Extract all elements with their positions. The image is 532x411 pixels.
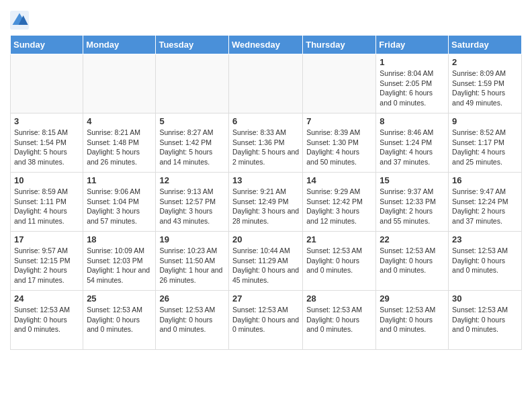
day-info: Sunrise: 9:29 AM Sunset: 12:42 PM Daylig…	[306, 187, 372, 226]
calendar-cell: 21Sunset: 12:53 AM Daylight: 0 hours and…	[303, 232, 376, 291]
day-info: Sunset: 12:53 AM Daylight: 0 hours and 0…	[87, 305, 152, 334]
calendar-cell: 11Sunrise: 9:06 AM Sunset: 1:04 PM Dayli…	[83, 173, 156, 232]
day-number: 22	[380, 234, 445, 244]
calendar-header-row: SundayMondayTuesdayWednesdayThursdayFrid…	[11, 36, 522, 54]
calendar-cell: 9Sunrise: 8:52 AM Sunset: 1:17 PM Daylig…	[449, 113, 522, 173]
calendar-cell: 19Sunrise: 10:23 AM Sunset: 11:50 AM Day…	[156, 232, 229, 291]
calendar-cell: 24Sunset: 12:53 AM Daylight: 0 hours and…	[11, 291, 83, 350]
calendar-cell: 18Sunrise: 10:09 AM Sunset: 12:03 PM Day…	[83, 232, 156, 291]
day-info: Sunset: 12:53 AM Daylight: 0 hours and 0…	[452, 305, 518, 334]
calendar-cell: 29Sunset: 12:53 AM Daylight: 0 hours and…	[376, 291, 449, 350]
day-number: 3	[14, 116, 79, 126]
calendar-cell: 15Sunrise: 9:37 AM Sunset: 12:33 PM Dayl…	[376, 173, 449, 232]
calendar-cell	[156, 54, 229, 113]
header	[10, 7, 522, 30]
day-info: Sunset: 12:53 AM Daylight: 0 hours and 0…	[380, 305, 445, 334]
day-number: 26	[159, 293, 225, 304]
calendar-cell: 23Sunset: 12:53 AM Daylight: 0 hours and…	[449, 232, 522, 291]
day-number: 19	[159, 234, 225, 244]
day-number: 1	[380, 57, 445, 67]
calendar-cell: 4Sunrise: 8:21 AM Sunset: 1:48 PM Daylig…	[83, 113, 156, 173]
calendar-cell: 6Sunrise: 8:33 AM Sunset: 1:36 PM Daylig…	[228, 113, 302, 173]
calendar-week-2: 3Sunrise: 8:15 AM Sunset: 1:54 PM Daylig…	[11, 113, 522, 173]
day-number: 2	[452, 57, 518, 67]
day-number: 28	[306, 293, 372, 304]
calendar-cell: 12Sunrise: 9:13 AM Sunset: 12:57 PM Dayl…	[156, 173, 229, 232]
day-info: Sunrise: 8:33 AM Sunset: 1:36 PM Dayligh…	[232, 128, 299, 167]
day-info: Sunrise: 9:37 AM Sunset: 12:33 PM Daylig…	[380, 187, 445, 226]
day-info: Sunset: 12:53 AM Daylight: 0 hours and 0…	[380, 246, 445, 275]
day-info: Sunrise: 8:59 AM Sunset: 1:11 PM Dayligh…	[14, 187, 79, 226]
day-info: Sunrise: 8:52 AM Sunset: 1:17 PM Dayligh…	[452, 128, 518, 167]
day-info: Sunrise: 8:46 AM Sunset: 1:24 PM Dayligh…	[380, 128, 445, 167]
calendar-cell	[303, 54, 376, 113]
calendar-cell: 7Sunrise: 8:39 AM Sunset: 1:30 PM Daylig…	[303, 113, 376, 173]
day-info: Sunrise: 9:06 AM Sunset: 1:04 PM Dayligh…	[87, 187, 152, 226]
day-number: 11	[87, 175, 152, 185]
day-number: 5	[159, 116, 225, 126]
calendar-cell: 8Sunrise: 8:46 AM Sunset: 1:24 PM Daylig…	[376, 113, 449, 173]
calendar-cell: 16Sunrise: 9:47 AM Sunset: 12:24 PM Dayl…	[449, 173, 522, 232]
col-header-monday: Monday	[83, 36, 156, 54]
calendar-cell: 3Sunrise: 8:15 AM Sunset: 1:54 PM Daylig…	[11, 113, 83, 173]
calendar-cell: 27Sunset: 12:53 AM Daylight: 0 hours and…	[228, 291, 302, 350]
day-info: Sunrise: 9:13 AM Sunset: 12:57 PM Daylig…	[159, 187, 225, 226]
col-header-saturday: Saturday	[449, 36, 522, 54]
calendar-cell: 1Sunrise: 8:04 AM Sunset: 2:05 PM Daylig…	[376, 54, 449, 113]
day-number: 4	[87, 116, 152, 126]
col-header-wednesday: Wednesday	[228, 36, 302, 54]
day-number: 24	[14, 293, 79, 304]
day-info: Sunset: 12:53 AM Daylight: 0 hours and 0…	[306, 305, 372, 334]
day-info: Sunset: 12:53 AM Daylight: 0 hours and 0…	[232, 305, 299, 334]
day-info: Sunrise: 8:39 AM Sunset: 1:30 PM Dayligh…	[306, 128, 372, 167]
day-info: Sunrise: 8:15 AM Sunset: 1:54 PM Dayligh…	[14, 128, 79, 167]
logo	[10, 11, 30, 30]
calendar-cell: 10Sunrise: 8:59 AM Sunset: 1:11 PM Dayli…	[11, 173, 83, 232]
day-number: 13	[232, 175, 299, 185]
calendar-cell: 26Sunset: 12:53 AM Daylight: 0 hours and…	[156, 291, 229, 350]
col-header-thursday: Thursday	[303, 36, 376, 54]
col-header-sunday: Sunday	[11, 36, 83, 54]
day-number: 17	[14, 234, 79, 244]
day-number: 21	[306, 234, 372, 244]
calendar-week-1: 1Sunrise: 8:04 AM Sunset: 2:05 PM Daylig…	[11, 54, 522, 113]
day-number: 29	[380, 293, 445, 304]
calendar-cell: 5Sunrise: 8:27 AM Sunset: 1:42 PM Daylig…	[156, 113, 229, 173]
day-number: 12	[159, 175, 225, 185]
day-number: 9	[452, 116, 518, 126]
day-info: Sunset: 12:53 AM Daylight: 0 hours and 0…	[159, 305, 225, 334]
day-info: Sunset: 12:53 AM Daylight: 0 hours and 0…	[306, 246, 372, 275]
calendar-cell: 30Sunset: 12:53 AM Daylight: 0 hours and…	[449, 291, 522, 350]
day-number: 25	[87, 293, 152, 304]
day-info: Sunrise: 9:21 AM Sunset: 12:49 PM Daylig…	[232, 187, 299, 226]
calendar-cell: 2Sunrise: 8:09 AM Sunset: 1:59 PM Daylig…	[449, 54, 522, 113]
calendar: SundayMondayTuesdayWednesdayThursdayFrid…	[10, 35, 522, 350]
day-number: 27	[232, 293, 299, 304]
calendar-cell	[228, 54, 302, 113]
calendar-cell	[83, 54, 156, 113]
day-info: Sunrise: 10:09 AM Sunset: 12:03 PM Dayli…	[87, 246, 152, 285]
day-info: Sunrise: 10:44 AM Sunset: 11:29 AM Dayli…	[232, 246, 299, 285]
calendar-cell: 22Sunset: 12:53 AM Daylight: 0 hours and…	[376, 232, 449, 291]
logo-icon	[10, 11, 29, 30]
calendar-cell: 25Sunset: 12:53 AM Daylight: 0 hours and…	[83, 291, 156, 350]
calendar-week-3: 10Sunrise: 8:59 AM Sunset: 1:11 PM Dayli…	[11, 173, 522, 232]
day-info: Sunrise: 9:47 AM Sunset: 12:24 PM Daylig…	[452, 187, 518, 226]
day-number: 8	[380, 116, 445, 126]
day-number: 18	[87, 234, 152, 244]
day-number: 10	[14, 175, 79, 185]
col-header-tuesday: Tuesday	[156, 36, 229, 54]
calendar-cell	[11, 54, 83, 113]
day-number: 14	[306, 175, 372, 185]
calendar-cell: 14Sunrise: 9:29 AM Sunset: 12:42 PM Dayl…	[303, 173, 376, 232]
calendar-cell: 28Sunset: 12:53 AM Daylight: 0 hours and…	[303, 291, 376, 350]
day-info: Sunrise: 8:27 AM Sunset: 1:42 PM Dayligh…	[159, 128, 225, 167]
calendar-week-5: 24Sunset: 12:53 AM Daylight: 0 hours and…	[11, 291, 522, 350]
calendar-week-4: 17Sunrise: 9:57 AM Sunset: 12:15 PM Dayl…	[11, 232, 522, 291]
day-number: 30	[452, 293, 518, 304]
day-info: Sunset: 12:53 AM Daylight: 0 hours and 0…	[14, 305, 79, 334]
day-number: 7	[306, 116, 372, 126]
day-info: Sunrise: 8:04 AM Sunset: 2:05 PM Dayligh…	[380, 68, 445, 108]
col-header-friday: Friday	[376, 36, 449, 54]
day-info: Sunrise: 8:09 AM Sunset: 1:59 PM Dayligh…	[452, 68, 518, 108]
